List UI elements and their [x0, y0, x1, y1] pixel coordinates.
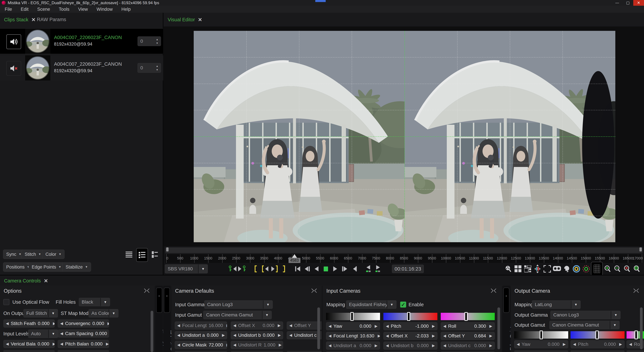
spinner-increment-icon[interactable]: ▶: [489, 334, 492, 338]
timeline-scroll-handle-left[interactable]: [166, 247, 168, 251]
close-tab-icon[interactable]: ✕: [44, 278, 48, 284]
menu-tools[interactable]: Tools: [59, 7, 70, 12]
spinner-increment-icon[interactable]: ▶: [53, 321, 55, 326]
stabilize-button[interactable]: Stabilize▼: [62, 262, 91, 272]
close-tab-icon[interactable]: ✕: [31, 17, 36, 23]
edge-points-button[interactable]: Edge Points▼: [28, 262, 64, 272]
fill-holes-dropdown[interactable]: Black▼: [79, 298, 110, 306]
cam-spacing-spinner[interactable]: ◀Cam Spacing0.000▶: [58, 330, 109, 338]
next-edit-button[interactable]: [373, 264, 382, 274]
spinner-increment-icon[interactable]: ▶: [489, 344, 492, 348]
spinner-decrement-icon[interactable]: ◀: [233, 333, 236, 338]
goto-start-button[interactable]: [293, 264, 302, 274]
dropdown-arrow-icon[interactable]: ▼: [198, 265, 208, 273]
clip-row[interactable]: A004C007_2206023F_CANON 8192x4320@59.94 …: [0, 55, 163, 80]
stitch-feather-spinner[interactable]: ◀Stitch Feath0.000▶: [3, 320, 55, 328]
layout-mosaic-icon[interactable]: [523, 264, 533, 274]
dropdown-arrow-icon[interactable]: ▼: [571, 301, 580, 309]
zoom-fit-icon[interactable]: [632, 264, 642, 274]
dropdown-arrow-icon[interactable]: ▼: [109, 309, 118, 317]
dropdown-arrow-icon[interactable]: ▼: [263, 301, 272, 309]
stepper-down-icon[interactable]: ▼: [156, 68, 158, 71]
spinner-decrement-icon[interactable]: ◀: [233, 343, 236, 347]
spinner-increment-icon[interactable]: ▶: [432, 324, 435, 328]
spinner-value[interactable]: 0.000: [417, 343, 429, 348]
collapse-panel-icon[interactable]: [490, 288, 497, 293]
stereo-adjust-icon[interactable]: [533, 264, 542, 274]
dropdown-arrow-icon[interactable]: ▼: [611, 311, 620, 319]
spinner-increment-icon[interactable]: ▶: [106, 342, 109, 346]
stepper-up-icon[interactable]: ▲: [156, 38, 158, 41]
spinner-decrement-icon[interactable]: ◀: [60, 342, 63, 346]
view-list-detail-icon[interactable]: [136, 248, 148, 262]
visual-editor-viewport[interactable]: [163, 26, 644, 246]
spinner-value[interactable]: 1.000: [264, 342, 276, 348]
on-output-dropdown[interactable]: Full Stitch▼: [24, 309, 58, 318]
spinner-increment-icon[interactable]: ▶: [378, 334, 380, 338]
tab-clips-stack[interactable]: Clips Stack✕: [4, 17, 36, 23]
spinner-value[interactable]: 0.000: [92, 321, 104, 326]
fullscreen-icon[interactable]: [542, 264, 552, 274]
dropdown-arrow-icon[interactable]: ▼: [48, 330, 58, 338]
undistort-a-spinner[interactable]: ◀Undistort a0.000▶: [326, 342, 380, 350]
collapse-panel-icon[interactable]: [632, 288, 640, 293]
spinner-increment-icon[interactable]: ▶: [108, 321, 109, 326]
maximize-button[interactable]: ▢: [622, 0, 633, 6]
tab-visual-editor[interactable]: Visual Editor✕: [168, 17, 202, 23]
gradient-slider-handle[interactable]: [596, 331, 598, 339]
dropdown-arrow-icon[interactable]: ▼: [610, 321, 619, 329]
gradient-slider-handle[interactable]: [540, 331, 543, 339]
spinner-value[interactable]: 0.000: [38, 321, 50, 326]
spinner-value[interactable]: 0.000: [91, 341, 103, 347]
spinner-increment-icon[interactable]: ▶: [279, 343, 282, 347]
clip-name[interactable]: A004C007_2206023F_CANON: [54, 61, 122, 67]
spinner-value[interactable]: 0.000: [360, 343, 371, 348]
output-camera-scrollbar[interactable]: [640, 308, 643, 349]
mark-in-button[interactable]: [251, 264, 260, 274]
spinner-value[interactable]: -2.033: [416, 333, 429, 339]
undistort-c-spinner[interactable]: ◀Undistort c▶: [287, 331, 322, 339]
clip-row-selected[interactable]: A004C007_2206023F_CANON 8192x4320@59.94 …: [0, 28, 163, 54]
spinner-value[interactable]: 0.000: [207, 333, 218, 338]
tab-camera-controls[interactable]: Camera Controls✕: [4, 278, 48, 284]
audio-unmuted-icon[interactable]: [6, 34, 21, 49]
zoom-in-icon[interactable]: [603, 264, 612, 274]
spinner-value[interactable]: -1.000: [416, 324, 429, 329]
tab-raw-params[interactable]: RAW Params: [37, 17, 66, 22]
prev-edit-button[interactable]: [364, 264, 373, 274]
stereo-preview-image[interactable]: [194, 31, 615, 242]
undistort-a-spinner[interactable]: ◀Undistort a0.000▶: [175, 331, 227, 339]
color-button[interactable]: Color▼: [42, 250, 64, 259]
menu-edit[interactable]: Edit: [21, 7, 29, 12]
offset-y-spinner[interactable]: ◀Offset Y▶: [287, 322, 322, 330]
spinner-decrement-icon[interactable]: ◀: [328, 324, 332, 328]
prev-keyframe-button[interactable]: [228, 264, 237, 274]
output-gamma-dropdown[interactable]: Canon Log3▼: [550, 311, 620, 319]
timeline-scrollbar[interactable]: [165, 247, 643, 254]
spinner-value[interactable]: 0.000: [474, 343, 486, 348]
minimize-button[interactable]: —: [612, 0, 622, 6]
input-gamut-dropdown[interactable]: Canon Cinema Gamut▼: [203, 311, 272, 319]
vr-goggles-icon[interactable]: [552, 264, 562, 274]
menu-window[interactable]: Window: [96, 7, 113, 12]
camera-defaults-scrollbar[interactable]: [317, 308, 320, 349]
audio-muted-icon[interactable]: [6, 61, 21, 76]
layout-grid-icon[interactable]: [513, 264, 523, 274]
clip-thumbnail[interactable]: [25, 55, 50, 80]
roll-gradient-slider[interactable]: [441, 313, 495, 320]
spinner-increment-icon[interactable]: ▶: [375, 324, 378, 328]
convergence-spinner[interactable]: ◀Convergenc0.000▶: [58, 320, 109, 328]
oculus-target-icon[interactable]: [572, 264, 581, 274]
offset-x-spinner[interactable]: ◀Offset X0.000▶: [231, 322, 283, 330]
offset-y-spinner[interactable]: ◀Offset Y0.684▶: [441, 332, 495, 340]
spinner-decrement-icon[interactable]: ◀: [60, 331, 63, 336]
vertical-balance-spinner[interactable]: ◀Verical Bala0.000▶: [3, 340, 55, 348]
mapping-dropdown[interactable]: Equidistant Fisheye▼: [346, 300, 396, 309]
stepper-down-icon[interactable]: ▼: [156, 42, 158, 44]
close-tab-icon[interactable]: ✕: [198, 17, 202, 23]
spinner-increment-icon[interactable]: ▶: [432, 334, 435, 338]
spinner-decrement-icon[interactable]: ◀: [573, 342, 576, 347]
spinner-decrement-icon[interactable]: ◀: [177, 323, 180, 328]
expand-panel-button[interactable]: ×: [164, 288, 170, 313]
collapse-panel-icon[interactable]: [143, 288, 150, 293]
